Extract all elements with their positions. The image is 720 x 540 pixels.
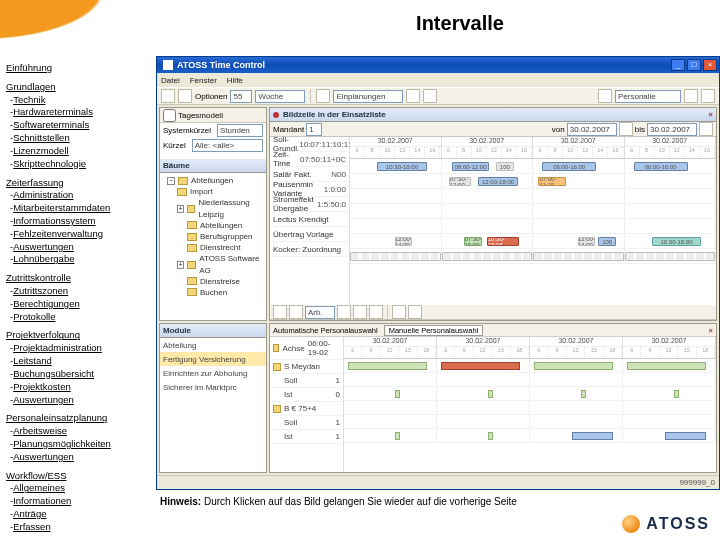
cell-chip[interactable] bbox=[488, 390, 494, 398]
list-item[interactable]: Einrichten zur Abholung bbox=[163, 369, 263, 378]
tree-node[interactable]: Dienstreise bbox=[200, 276, 240, 287]
maximize-button[interactable]: □ bbox=[687, 59, 701, 71]
toolbar-planning[interactable]: Einplanungen bbox=[333, 90, 403, 103]
nav-item[interactable]: Administration bbox=[10, 189, 150, 202]
nav-item[interactable]: Fehlzeitenverwaltung bbox=[10, 228, 150, 241]
cell-chip[interactable] bbox=[395, 390, 401, 398]
interval-bar[interactable]: 07:30-12:00 bbox=[449, 177, 472, 186]
interval-bar[interactable]: 10:30-18:00 bbox=[377, 162, 427, 171]
cell-chip[interactable] bbox=[581, 390, 587, 398]
nav-item[interactable]: Lohnübergabe bbox=[10, 253, 150, 266]
shift-chip[interactable] bbox=[572, 432, 612, 440]
interval-bar[interactable]: 07:30-15:00 bbox=[464, 237, 482, 246]
nav-item[interactable]: Schnittstellen bbox=[10, 132, 150, 145]
cell-chip[interactable] bbox=[395, 432, 401, 440]
nav-item[interactable]: Allgemeines bbox=[10, 482, 150, 495]
tool-icon[interactable] bbox=[392, 305, 406, 319]
nav-item[interactable]: Technik bbox=[10, 94, 150, 107]
list-item[interactable]: Sicherer im Marktprc bbox=[163, 383, 263, 392]
nav-head-workflow[interactable]: Workflow/ESS bbox=[6, 470, 150, 483]
cell-chip[interactable] bbox=[488, 432, 494, 440]
tab-manual[interactable]: Manuelle Personalauswahl bbox=[384, 325, 484, 336]
sub-f3[interactable]: 30.02.2007 bbox=[647, 123, 697, 136]
pane-close-icon[interactable]: × bbox=[708, 110, 713, 119]
tool-next-icon[interactable] bbox=[178, 89, 192, 103]
nav-item[interactable]: Auswertungen bbox=[10, 451, 150, 464]
tool-icon[interactable] bbox=[684, 89, 698, 103]
tree-node[interactable]: Dienstrecht bbox=[200, 242, 240, 253]
nav-item[interactable]: Buchungsübersicht bbox=[10, 368, 150, 381]
calendar-icon[interactable] bbox=[699, 122, 713, 136]
nav-item[interactable]: Lizenzmodell bbox=[10, 145, 150, 158]
tool-icon[interactable] bbox=[406, 89, 420, 103]
close-button[interactable]: × bbox=[703, 59, 717, 71]
toolbar-personal[interactable]: Personalie bbox=[615, 90, 681, 103]
nav-item[interactable]: Hardwareterminals bbox=[10, 106, 150, 119]
list-item[interactable]: Abteilung bbox=[163, 341, 263, 350]
zoom-in-icon[interactable] bbox=[353, 305, 367, 319]
tree-node[interactable]: Import bbox=[190, 186, 213, 197]
tool-icon[interactable] bbox=[337, 305, 351, 319]
row-label[interactable]: S Meydan bbox=[284, 362, 320, 371]
timeline-grid[interactable]: 30.02.20076810121416 30.02.2007681012141… bbox=[350, 137, 716, 305]
interval-bar[interactable]: 10:30-18:06 bbox=[487, 237, 520, 246]
toolbar-view[interactable]: Woche bbox=[255, 90, 305, 103]
nav-intro[interactable]: Einführung bbox=[6, 62, 150, 75]
interval-bar[interactable]: 10:30-18:30 bbox=[652, 237, 702, 246]
shift-chip[interactable] bbox=[627, 362, 706, 370]
shift-chip[interactable] bbox=[665, 432, 705, 440]
tree-node[interactable]: ATOSS Software AG bbox=[199, 253, 263, 275]
nav-head-projekt[interactable]: Projektverfolgung bbox=[6, 329, 150, 342]
shift-chip[interactable] bbox=[534, 362, 613, 370]
scale-field[interactable]: Arb. bbox=[305, 306, 335, 319]
shift-chip[interactable] bbox=[441, 362, 520, 370]
sub-f2[interactable]: 30.02.2007 bbox=[567, 123, 617, 136]
nav-item[interactable]: Softwareterminals bbox=[10, 119, 150, 132]
nav-item[interactable]: Planungsmöglichkeiten bbox=[10, 438, 150, 451]
shift-chip[interactable] bbox=[348, 362, 427, 370]
assignment-grid[interactable]: 30.02.200769121518 30.02.200769121518 30… bbox=[344, 337, 716, 472]
interval-bar[interactable]: 100 bbox=[496, 162, 514, 171]
interval-bar[interactable]: 12:00-18:00 bbox=[478, 177, 519, 186]
expand-icon[interactable]: + bbox=[177, 205, 184, 213]
filter2-value[interactable]: Stunden bbox=[217, 124, 263, 137]
nav-item[interactable]: Zutrittszonen bbox=[10, 285, 150, 298]
interval-bar[interactable]: 06:00-16:00 bbox=[542, 162, 596, 171]
cell-chip[interactable] bbox=[674, 390, 680, 398]
minimize-button[interactable]: _ bbox=[671, 59, 685, 71]
toolbar-count[interactable]: 55 bbox=[230, 90, 252, 103]
menu-file[interactable]: Datei bbox=[161, 76, 180, 85]
list-item[interactable]: Fertigung Versicherung bbox=[163, 355, 263, 364]
tree-node[interactable]: Abteilungen bbox=[200, 220, 242, 231]
nav-item[interactable]: Anträge bbox=[10, 508, 150, 521]
nav-item[interactable]: Auswertungen bbox=[10, 394, 150, 407]
interval-bar[interactable]: 07:00-11:15 bbox=[538, 177, 565, 186]
tree-node[interactable]: Berufsgruppen bbox=[200, 231, 252, 242]
tree-node[interactable]: Niederlassung Leipzig bbox=[198, 197, 263, 219]
nav-item[interactable]: Projektkosten bbox=[10, 381, 150, 394]
nav-item[interactable]: Informationen bbox=[10, 495, 150, 508]
interval-bar[interactable]: 06:00-16:00 bbox=[634, 162, 688, 171]
filter3-value[interactable]: Alle: <alle> bbox=[192, 139, 263, 152]
expand-icon[interactable]: − bbox=[167, 177, 175, 185]
tool-icon[interactable] bbox=[408, 305, 422, 319]
menu-window[interactable]: Fenster bbox=[190, 76, 217, 85]
nav-item[interactable]: Informationssystem bbox=[10, 215, 150, 228]
interval-bar[interactable]: 12:00-14:00 bbox=[578, 237, 594, 246]
nav-head-zutritt[interactable]: Zutrittskontrolle bbox=[6, 272, 150, 285]
tool-icon[interactable] bbox=[273, 305, 287, 319]
tool-icon[interactable] bbox=[423, 89, 437, 103]
filter-check[interactable] bbox=[163, 109, 176, 122]
tool-icon[interactable] bbox=[701, 89, 715, 103]
tree-node[interactable]: Buchen bbox=[200, 287, 227, 298]
nav-item[interactable]: Leitstand bbox=[10, 355, 150, 368]
tool-icon[interactable] bbox=[598, 89, 612, 103]
menu-help[interactable]: Hilfe bbox=[227, 76, 243, 85]
nav-item[interactable]: Projektadministration bbox=[10, 342, 150, 355]
nav-head-pep[interactable]: Personaleinsatzplanung bbox=[6, 412, 150, 425]
nav-head-zeiterfassung[interactable]: Zeiterfassung bbox=[6, 177, 150, 190]
nav-head-grundlagen[interactable]: Grundlagen bbox=[6, 81, 150, 94]
tab-auto[interactable]: Automatische Personalauswahl bbox=[273, 326, 378, 335]
interval-bar[interactable]: 12:00-14:00 bbox=[395, 237, 411, 246]
nav-item[interactable]: Erfassen bbox=[10, 521, 150, 534]
